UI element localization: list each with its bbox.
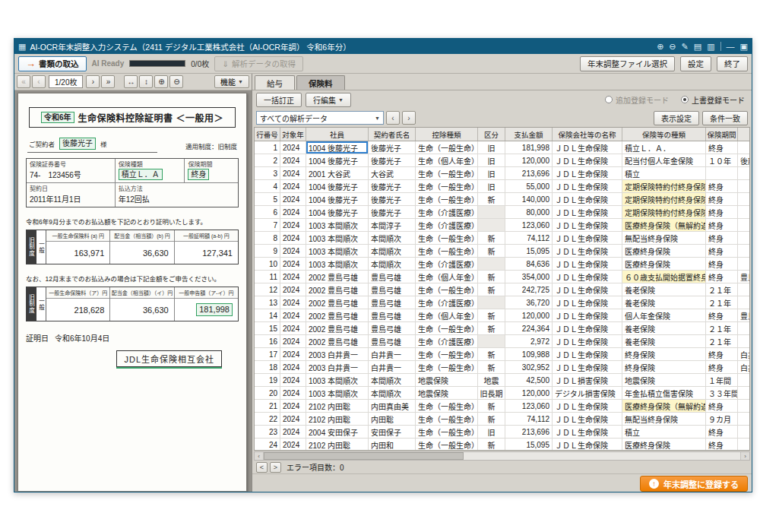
- grid-cell[interactable]: 後藤光子: [369, 141, 416, 154]
- column-header-10[interactable]: 受取人: [738, 128, 750, 141]
- prev-page-button[interactable]: ‹: [32, 75, 46, 88]
- grid-cell[interactable]: 豊島: [738, 271, 750, 283]
- grid-cell[interactable]: [738, 413, 750, 425]
- tab-insurance[interactable]: 保険料: [296, 75, 345, 90]
- grid-cell[interactable]: ９カ月: [706, 413, 738, 425]
- settings-button[interactable]: 設定: [680, 56, 711, 71]
- last-page-button[interactable]: »: [101, 75, 115, 88]
- exit-button[interactable]: 終了: [717, 56, 748, 71]
- grid-cell[interactable]: 新: [478, 271, 505, 283]
- grid-cell[interactable]: 2003 白井貴一: [306, 348, 369, 360]
- grid-cell[interactable]: ＪＤＬ生命保険: [553, 348, 622, 360]
- grid-cell[interactable]: 後藤ゾ: [738, 154, 750, 166]
- grid-cell[interactable]: 生命（一般生命）: [416, 141, 478, 154]
- grid-cell[interactable]: 生命（介護医療）: [416, 335, 478, 347]
- grid-cell[interactable]: 白井貴一: [369, 361, 416, 373]
- grid-cell[interactable]: [738, 283, 750, 296]
- viewer-zoom-in-icon[interactable]: ⊕: [154, 75, 168, 88]
- grid-cell[interactable]: 終身: [706, 141, 738, 154]
- grid-cell[interactable]: ＪＤＬ生命保険: [553, 180, 622, 192]
- table-row[interactable]: 1120242002 豊島弓雄豊島弓雄生命（個人年金）新354,000ＪＤＬ生命…: [255, 271, 749, 283]
- grid-cell[interactable]: 生命（個人年金）: [416, 154, 478, 166]
- table-row[interactable]: 620241004 後藤光子後藤光子生命（介護医療）80,000ＪＤＬ生命保険定…: [255, 206, 749, 219]
- get-analysis-data-button[interactable]: ⇓ 解析データの取得: [214, 56, 303, 71]
- grid-cell[interactable]: 2024: [280, 296, 306, 309]
- scrollbar-thumb[interactable]: [264, 452, 464, 460]
- grid-cell[interactable]: 2003 白井貴一: [306, 361, 369, 373]
- grid-cell[interactable]: 終身保険: [622, 348, 706, 360]
- grid-cell[interactable]: 5: [255, 193, 280, 205]
- tab-salary[interactable]: 給与: [255, 75, 295, 90]
- table-row[interactable]: 520241004 後藤光子後藤光子生命（一般生命）新140,000ＪＤＬ生命保…: [255, 193, 749, 206]
- grid-cell[interactable]: ２１年: [706, 322, 738, 334]
- grid-cell[interactable]: 15,095: [505, 439, 553, 451]
- grid-cell[interactable]: 1: [255, 141, 280, 154]
- grid-cell[interactable]: ＪＤＬ生命保険: [553, 258, 622, 270]
- grid-cell[interactable]: 120,000: [505, 309, 553, 321]
- grid-cell[interactable]: 13: [255, 296, 280, 309]
- batch-correct-button[interactable]: 一括訂正: [256, 93, 302, 107]
- grid-cell[interactable]: 1003 本間順次: [306, 245, 369, 257]
- table-row[interactable]: 120241004 後藤光子後藤光子生命（一般生命）旧181,998ＪＤＬ生命保…: [255, 141, 749, 154]
- table-row[interactable]: 1420242002 豊島弓雄豊島弓雄生命（個人年金）新120,000ＪＤＬ生命…: [255, 309, 749, 322]
- grid-cell[interactable]: [738, 439, 750, 451]
- table-row[interactable]: 1520242002 豊島弓雄豊島弓雄生命（一般生命）新224,364ＪＤＬ生命…: [255, 322, 749, 335]
- display-settings-button[interactable]: 表示設定: [654, 111, 699, 125]
- grid-cell[interactable]: [738, 335, 750, 347]
- grid-cell[interactable]: 個人年金保険: [622, 309, 706, 321]
- grid-cell[interactable]: 医療終身保険: [622, 245, 706, 257]
- table-row[interactable]: 820241003 本間順次本間順次生命（一般生命）新74,112ＪＤＬ生命保険…: [255, 232, 749, 245]
- grid-cell[interactable]: 2002 豊島弓雄: [306, 322, 369, 334]
- grid-cell[interactable]: 120,000: [505, 154, 553, 166]
- grid-cell[interactable]: 内田聡: [369, 413, 416, 425]
- grid-cell[interactable]: 1003 本間順次: [306, 219, 369, 231]
- next-page-button[interactable]: ›: [86, 75, 100, 88]
- grid-cell[interactable]: ＪＤＬ生命保険: [553, 426, 622, 438]
- grid-cell[interactable]: 本間順次: [369, 387, 416, 399]
- scrollbar-track[interactable]: [264, 452, 740, 460]
- grid-cell[interactable]: 181,998: [505, 141, 553, 154]
- grid-cell[interactable]: ２１年: [706, 283, 738, 296]
- grid-cell[interactable]: ＪＤＬ生命保険: [553, 322, 622, 334]
- grid-cell[interactable]: 6: [255, 206, 280, 218]
- fit-width-icon[interactable]: ↔: [124, 75, 138, 88]
- grid-cell[interactable]: 医療終身保険（無解約返戻...: [622, 400, 706, 412]
- grid-cell[interactable]: ＪＤＬ生命保険: [553, 439, 622, 451]
- grid-cell[interactable]: 10: [255, 258, 280, 270]
- grid-cell[interactable]: 3: [255, 167, 280, 179]
- grid-cell[interactable]: 2024: [280, 141, 306, 154]
- grid-cell[interactable]: 生命（介護医療）: [416, 206, 478, 218]
- grid-cell[interactable]: [738, 232, 750, 244]
- grid-cell[interactable]: 大谷武: [369, 167, 416, 179]
- grid-cell[interactable]: 豊島弓雄: [369, 309, 416, 321]
- grid-cell[interactable]: 無配当終身保険: [622, 232, 706, 244]
- grid-cell[interactable]: 213,696: [505, 426, 553, 438]
- grid-cell[interactable]: 生命（一般生命）: [416, 426, 478, 438]
- grid-cell[interactable]: ＪＤＬ生命保険: [553, 361, 622, 373]
- column-header-7[interactable]: 保険会社等の名称: [553, 128, 622, 141]
- grid-cell[interactable]: 2024: [280, 348, 306, 360]
- grid-cell[interactable]: 豊島弓雄: [369, 296, 416, 309]
- grid-cell[interactable]: ６０歳支払開始据置終身年...: [622, 271, 706, 283]
- column-header-3[interactable]: 契約者氏名: [369, 128, 416, 141]
- grid-cell[interactable]: [738, 374, 750, 386]
- grid-cell[interactable]: 白井: [738, 361, 750, 373]
- grid-cell[interactable]: 終身: [706, 258, 738, 270]
- grid-cell[interactable]: 2024: [280, 193, 306, 205]
- grid-cell[interactable]: 本間順次: [369, 232, 416, 244]
- table-row[interactable]: 320242001 大谷武大谷武生命（一般生命）旧213,696ＪＤＬ生命保険積…: [255, 167, 749, 180]
- grid-cell[interactable]: 354,000: [505, 271, 553, 283]
- grid-cell[interactable]: 302,952: [505, 361, 553, 373]
- grid-cell[interactable]: 2024: [280, 271, 306, 283]
- analysis-data-select[interactable]: すべての解析データ ▼: [256, 111, 384, 125]
- grid-cell[interactable]: 1003 本間順次: [306, 387, 369, 399]
- grid-cell[interactable]: [738, 400, 750, 412]
- grid-cell[interactable]: 生命（一般生命）: [416, 193, 478, 205]
- grid-cell[interactable]: 生命（一般生命）: [416, 400, 478, 412]
- grid-cell[interactable]: [478, 219, 505, 231]
- grid-cell[interactable]: 新: [478, 361, 505, 373]
- grid-cell[interactable]: [478, 206, 505, 218]
- grid-cell[interactable]: 84,636: [505, 258, 553, 270]
- grid-cell[interactable]: 80,000: [505, 206, 553, 218]
- grid-cell[interactable]: 終身: [706, 232, 738, 244]
